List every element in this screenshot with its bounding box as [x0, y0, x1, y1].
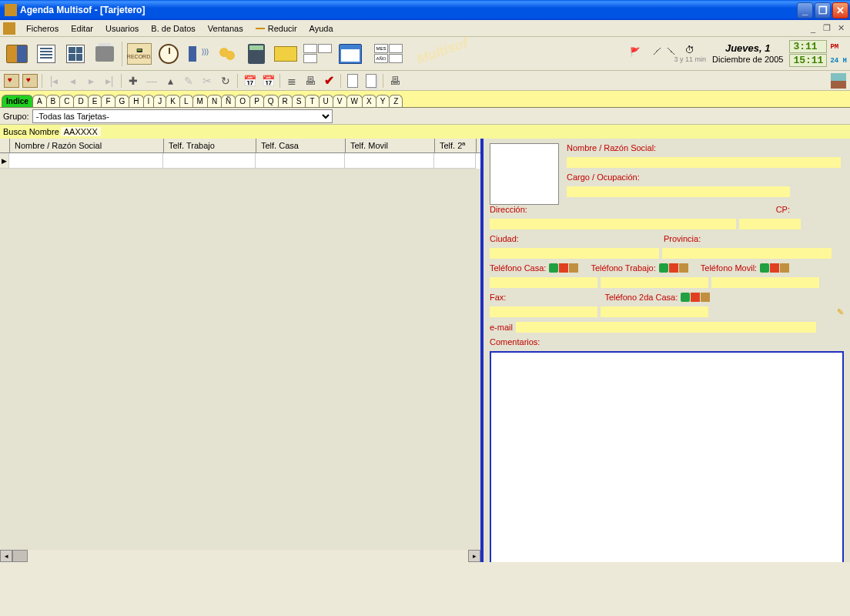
field-tel-movil[interactable]	[711, 277, 819, 288]
flag-icon[interactable]: 🚩	[630, 47, 644, 61]
menu-editar[interactable]: Editar	[65, 22, 99, 35]
up-button[interactable]: ▴	[162, 72, 179, 89]
col-telf-casa[interactable]: Telf. Casa	[256, 139, 346, 152]
grid-view-icon[interactable]	[62, 40, 89, 68]
sort-icon[interactable]: ≣	[283, 72, 300, 89]
cell-casa[interactable]	[256, 153, 345, 169]
tab-d[interactable]: D	[73, 95, 88, 107]
field-cp[interactable]	[739, 219, 801, 229]
menu-reducir[interactable]: Reducir	[249, 22, 303, 35]
tab-u[interactable]: U	[319, 95, 333, 107]
print-small-icon[interactable]: 🖶	[302, 72, 319, 89]
tel-2casa-icons[interactable]	[681, 293, 710, 302]
field-direccion[interactable]	[490, 219, 736, 229]
col-telf-movil[interactable]: Telf. Movil	[346, 139, 435, 152]
scroll-track[interactable]	[12, 550, 468, 562]
mini-calendars-icon[interactable]: MESAÑO	[366, 40, 412, 68]
tab-o[interactable]: O	[235, 95, 250, 107]
tab-h[interactable]: H	[129, 95, 143, 107]
nav-next-icon[interactable]: ▸	[82, 72, 99, 89]
printer-icon[interactable]	[91, 40, 119, 68]
tab-z[interactable]: Z	[389, 95, 403, 107]
mdi-minimize[interactable]: _	[807, 22, 819, 35]
tel-movil-icons[interactable]	[760, 263, 789, 273]
nav-first-icon[interactable]: |◂	[45, 72, 62, 89]
cut-button[interactable]: ✂	[199, 72, 216, 89]
field-nombre[interactable]	[567, 157, 841, 168]
search-value[interactable]: AAXXXX	[61, 127, 101, 136]
tab-s[interactable]: S	[292, 95, 306, 107]
tab-a[interactable]: A	[32, 95, 47, 107]
refresh-button[interactable]: ↻	[217, 72, 234, 89]
tab-g[interactable]: G	[115, 95, 130, 107]
remove-button[interactable]: —	[143, 72, 160, 89]
calendar-grid-icon[interactable]	[301, 40, 335, 68]
menu-ficheros[interactable]: Ficheros	[20, 22, 65, 35]
tel-trabajo-icons[interactable]	[659, 263, 688, 273]
print-icon[interactable]: 🖶	[387, 72, 403, 89]
fav-book-1-icon[interactable]	[3, 72, 20, 89]
table-row[interactable]: ▶	[0, 153, 480, 169]
record-icon[interactable]: 📟RECORD.	[125, 40, 153, 68]
menu-ayuda[interactable]: Ayuda	[303, 22, 340, 35]
fav-book-2-icon[interactable]	[22, 72, 38, 89]
calculator-icon[interactable]	[243, 40, 270, 68]
pencil-icon[interactable]: ✎	[837, 307, 844, 317]
new-page-icon[interactable]	[344, 72, 361, 89]
tab-f[interactable]: F	[101, 95, 115, 107]
clock-icon[interactable]	[155, 40, 182, 68]
field-email[interactable]	[516, 322, 816, 333]
menu-bdatos[interactable]: B. de Datos	[145, 22, 201, 35]
grupo-select[interactable]: -Todas las Tarjetas-	[32, 109, 333, 123]
col-telf-2[interactable]: Telf. 2ª	[435, 139, 477, 152]
field-tel-trabajo[interactable]	[601, 277, 708, 288]
tab-x[interactable]: X	[362, 95, 376, 107]
comments-textarea[interactable]	[490, 351, 844, 562]
nav-last-icon[interactable]: ▸|	[101, 72, 118, 89]
tab-n[interactable]: N	[207, 95, 222, 107]
tab-k[interactable]: K	[166, 95, 180, 107]
address-book-icon[interactable]	[3, 40, 31, 68]
field-tel-casa[interactable]	[490, 277, 597, 288]
tab-e[interactable]: E	[88, 95, 102, 107]
copy-page-icon[interactable]	[363, 72, 380, 89]
ruler-icon[interactable]	[272, 40, 300, 68]
tab-i[interactable]: I	[143, 95, 155, 107]
tab-t[interactable]: T	[305, 95, 319, 107]
tab-w[interactable]: W	[346, 95, 363, 107]
tab-indice[interactable]: Indice	[2, 95, 33, 107]
minimize-button[interactable]: _	[797, 2, 813, 18]
add-button[interactable]: ✚	[125, 72, 142, 89]
check-button[interactable]: ✔	[320, 72, 337, 89]
photo-box[interactable]	[490, 143, 559, 205]
mdi-restore[interactable]: ❐	[821, 22, 833, 35]
list-view-icon[interactable]	[32, 40, 60, 68]
coins-icon[interactable]	[213, 40, 241, 68]
tab-m[interactable]: M	[192, 95, 208, 107]
field-tel-2casa[interactable]	[601, 306, 708, 317]
close-button[interactable]: ✕	[832, 2, 848, 18]
tab-p[interactable]: P	[249, 95, 264, 107]
scroll-right-button[interactable]: ▸	[468, 550, 480, 562]
sound-icon[interactable]	[184, 40, 212, 68]
cell-movil[interactable]	[345, 153, 434, 169]
field-fax[interactable]	[490, 306, 597, 317]
month-calendar-icon[interactable]	[336, 40, 364, 68]
horizontal-scrollbar[interactable]: ◂ ▸	[0, 550, 480, 562]
time-picker-icon[interactable]: 📅	[259, 72, 276, 89]
field-provincia[interactable]	[662, 248, 832, 259]
field-cargo[interactable]	[567, 186, 790, 197]
edit-button[interactable]: ✎	[180, 72, 197, 89]
exit-icon[interactable]	[830, 72, 847, 89]
maximize-button[interactable]: ❐	[815, 2, 831, 18]
tab-r[interactable]: R	[278, 95, 293, 107]
tab-b[interactable]: B	[46, 95, 61, 107]
col-telf-trabajo[interactable]: Telf. Trabajo	[164, 139, 256, 152]
cell-trabajo[interactable]	[163, 153, 256, 169]
tel-casa-icons[interactable]	[549, 263, 578, 273]
scroll-left-button[interactable]: ◂	[0, 550, 12, 562]
scroll-thumb[interactable]	[12, 550, 28, 562]
cell-2[interactable]	[434, 153, 476, 169]
menu-usuarios[interactable]: Usuarios	[99, 22, 145, 35]
tab-y[interactable]: Y	[376, 95, 390, 107]
